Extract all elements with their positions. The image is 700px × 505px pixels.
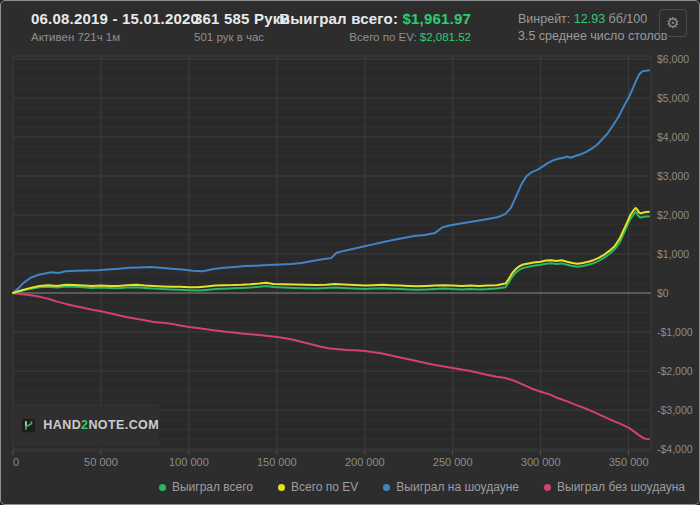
hand2note-logo-text: HAND2NOTE.COM: [43, 418, 159, 432]
ev-dot-icon: [278, 484, 285, 491]
x-axis-label: 0: [13, 456, 19, 468]
y-axis-label: $6,000: [657, 53, 689, 65]
legend-item-total-won[interactable]: Выиграл всего: [159, 480, 253, 494]
x-axis-label: 300 000: [521, 456, 561, 468]
y-axis-label: -$4,000: [657, 443, 693, 455]
hand2note-graph-window: 06.08.2019 - 15.01.2020 Активен 721ч 1м …: [0, 0, 700, 505]
winrate-block: Винрейт: 12.93 бб/100 3.5 среднее число …: [518, 12, 667, 43]
avg-tables: 3.5 среднее число столов: [518, 29, 667, 43]
winrate-label: Винрейт:: [518, 12, 570, 26]
x-axis-label: 350 000: [609, 456, 649, 468]
won-total-value: $1,961.97: [402, 10, 471, 27]
winrate-units: бб/100: [609, 12, 648, 26]
ev-total-label: Всего по EV:: [349, 31, 416, 43]
total-won-dot-icon: [159, 484, 166, 491]
legend-label: Всего по EV: [291, 480, 358, 494]
won-total-label: Выиграл всего:: [279, 10, 398, 27]
date-range: 06.08.2019 - 15.01.2020: [31, 10, 199, 27]
y-axis-label: $2,000: [657, 209, 689, 221]
hands-block: 361 585 Руки 501 рук в час: [194, 10, 290, 43]
winnings-block: Выиграл всего: $1,961.97 Всего по EV: $2…: [279, 10, 471, 43]
legend-label: Выиграл без шоудауна: [557, 480, 685, 494]
hands-total: 361 585 Руки: [194, 10, 290, 27]
chart-legend: Выиграл всегоВсего по EVВыиграл на шоуда…: [159, 477, 685, 497]
y-axis-label: $4,000: [657, 131, 689, 143]
ev-total-value: $2,081.52: [420, 31, 471, 43]
legend-label: Выиграл на шоудауне: [396, 480, 519, 494]
legend-label: Выиграл всего: [172, 480, 253, 494]
hands-per-hour: 501 рук в час: [194, 31, 290, 43]
y-axis-label: $0: [657, 287, 669, 299]
settings-button[interactable]: ⚙: [659, 9, 687, 37]
legend-item-showdown[interactable]: Выиграл на шоудауне: [383, 480, 519, 494]
x-axis-label: 100 000: [169, 456, 209, 468]
y-axis-label: $1,000: [657, 248, 689, 260]
x-axis-label: 200 000: [345, 456, 385, 468]
hand2note-logo: HAND2NOTE.COM: [13, 404, 159, 446]
legend-item-non-showdown[interactable]: Выиграл без шоудауна: [544, 480, 685, 494]
active-time: Активен 721ч 1м: [31, 31, 199, 43]
x-axis-label: 150 000: [257, 456, 297, 468]
y-axis-label: -$2,000: [657, 365, 693, 377]
non-showdown-dot-icon: [544, 484, 551, 491]
x-axis-label: 250 000: [433, 456, 473, 468]
gear-icon: ⚙: [666, 14, 679, 32]
winrate-value: 12.93: [574, 12, 605, 26]
showdown-dot-icon: [383, 484, 390, 491]
date-range-block: 06.08.2019 - 15.01.2020 Активен 721ч 1м: [31, 10, 199, 43]
y-axis-label: $3,000: [657, 170, 689, 182]
y-axis-label: -$3,000: [657, 404, 693, 416]
x-axis-label: 50 000: [84, 456, 118, 468]
hand2note-h-icon: [22, 412, 35, 439]
y-axis-label: $5,000: [657, 92, 689, 104]
legend-item-ev[interactable]: Всего по EV: [278, 480, 358, 494]
y-axis-label: -$1,000: [657, 326, 693, 338]
